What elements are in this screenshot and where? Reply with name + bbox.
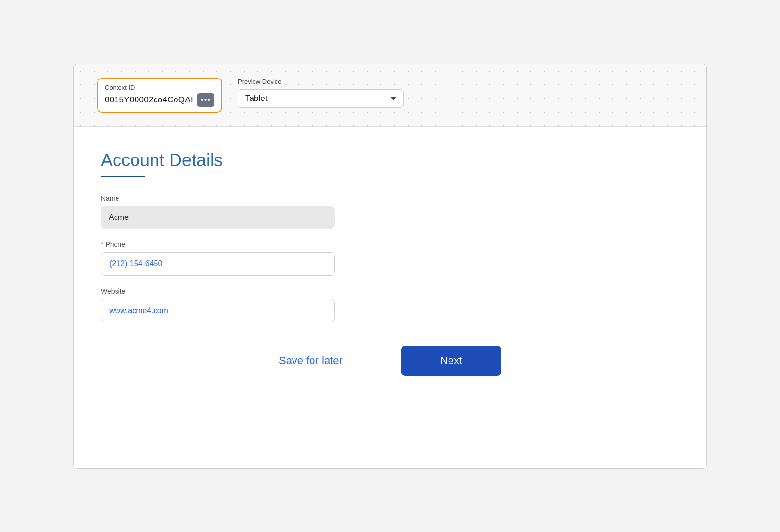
preview-device-label: Preview Device [238, 78, 404, 85]
context-id-label: Context ID [105, 84, 214, 91]
app-frame: Context ID 0015Y00002co4CoQAI ••• Previe… [73, 64, 707, 469]
website-field-group: Website [101, 287, 679, 322]
bottom-actions: Save for later Next [101, 338, 679, 376]
save-later-button[interactable]: Save for later [279, 355, 343, 367]
main-content: Account Details Name * Phone Website Sav… [74, 127, 706, 468]
section-title: Account Details [101, 150, 679, 171]
section-title-underline [101, 176, 145, 177]
dots-icon: ••• [201, 96, 211, 104]
context-id-wrapper: Context ID 0015Y00002co4CoQAI ••• [97, 78, 222, 113]
context-id-group: Context ID 0015Y00002co4CoQAI ••• [97, 78, 222, 113]
required-star: * [101, 240, 103, 248]
context-id-input-row: 0015Y00002co4CoQAI ••• [105, 93, 214, 107]
preview-device-value: Tablet [245, 94, 390, 103]
phone-field-group: * Phone [101, 240, 679, 276]
preview-device-select[interactable]: Tablet [238, 89, 404, 108]
website-input[interactable] [101, 299, 335, 322]
header-area: Context ID 0015Y00002co4CoQAI ••• Previe… [74, 64, 706, 127]
phone-label: * Phone [101, 240, 679, 248]
context-id-value: 0015Y00002co4CoQAI [105, 95, 193, 105]
name-field-group: Name [101, 195, 679, 229]
context-id-more-button[interactable]: ••• [197, 93, 214, 107]
name-input[interactable] [101, 206, 335, 229]
website-label: Website [101, 287, 679, 295]
chevron-down-icon [390, 97, 396, 100]
preview-device-group: Preview Device Tablet [238, 78, 404, 108]
phone-input[interactable] [101, 252, 335, 276]
next-button[interactable]: Next [401, 346, 501, 376]
name-label: Name [101, 195, 679, 202]
